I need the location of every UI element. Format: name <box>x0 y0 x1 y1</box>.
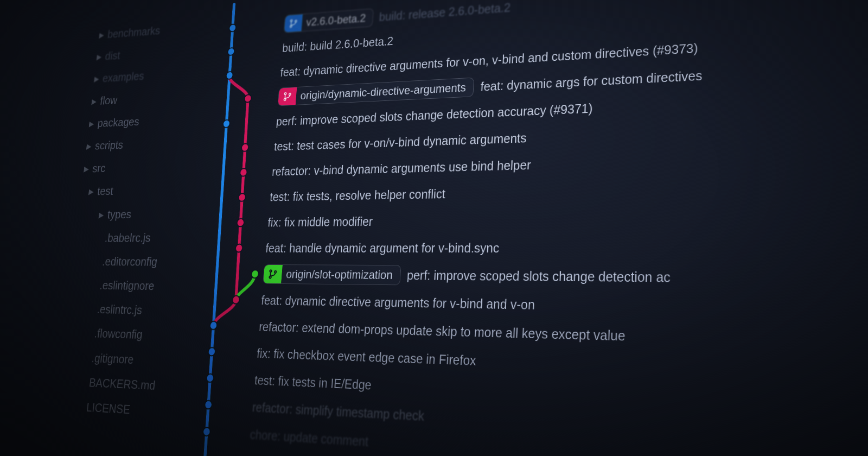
commit-message: perf: improve scoped slots change detect… <box>406 269 671 284</box>
branch-tag-label: v2.6.0-beta.2 <box>302 12 373 28</box>
commit-message: chore: update comment <box>250 428 369 448</box>
file-tree-item-label: types <box>106 204 132 224</box>
file-tree-item-label: flow <box>99 90 118 110</box>
commit-message: refactor: extend dom-props update skip t… <box>259 320 626 343</box>
branch-icon <box>284 14 303 33</box>
file-tree-item-label: .gitignore <box>91 347 135 370</box>
chevron-right-icon: ▸ <box>82 159 90 179</box>
chevron-right-icon: ▸ <box>95 47 103 66</box>
graph-dot <box>205 400 213 409</box>
file-icon <box>77 407 82 407</box>
commit-message: feat: handle dynamic argument for v-bind… <box>265 242 500 255</box>
svg-point-0 <box>290 20 292 22</box>
graph-dot <box>227 48 235 56</box>
commit-message: refactor: v-bind dynamic arguments use b… <box>272 159 532 178</box>
chevron-right-icon: ▸ <box>87 182 95 201</box>
file-tree-item-label: test <box>96 181 114 201</box>
graph-dot <box>208 347 215 356</box>
file-tree-item-label: .editorconfig <box>101 251 158 272</box>
graph-dot <box>206 373 214 382</box>
graph-dot <box>238 193 246 201</box>
file-tree-item[interactable]: .eslintignore <box>66 273 193 299</box>
file-tree-item[interactable]: .babelrc.js <box>72 225 197 250</box>
chevron-right-icon: ▸ <box>98 205 105 224</box>
svg-point-2 <box>295 20 297 22</box>
commit-message: build: release 2.6.0-beta.2 <box>379 1 510 22</box>
file-tree-item[interactable]: ▸types <box>74 201 200 226</box>
file-tree-item[interactable]: .flowconfig <box>61 320 188 349</box>
graph-dot <box>226 72 233 80</box>
file-tree-item[interactable]: .editorconfig <box>69 250 195 274</box>
svg-point-1 <box>290 26 292 28</box>
commit-message: test: fix tests in IE/Edge <box>254 373 372 391</box>
svg-point-6 <box>270 270 272 272</box>
branch-tag[interactable]: v2.6.0-beta.2 <box>284 8 374 33</box>
file-tree-item-label: .flowconfig <box>93 323 143 345</box>
commit-message: feat: dynamic args for custom directives <box>480 69 702 93</box>
chevron-right-icon: ▸ <box>88 114 95 133</box>
chevron-right-icon: ▸ <box>98 26 105 45</box>
file-tree-item-label: benchmarks <box>107 21 161 44</box>
commit-message: feat: dynamic directive arguments for v-… <box>261 294 535 312</box>
file-tree-item-label: packages <box>97 112 140 133</box>
svg-point-5 <box>289 93 291 96</box>
chevron-right-icon: ▸ <box>90 91 97 110</box>
commit-message: test: fix tests, resolve helper conflict <box>270 187 446 202</box>
svg-point-3 <box>284 93 286 95</box>
branch-icon <box>278 87 297 106</box>
branch-tag[interactable]: origin/slot-optimization <box>263 264 401 285</box>
file-tree-item-label: examples <box>101 66 145 87</box>
graph-lane-pink <box>206 74 256 326</box>
chevron-right-icon: ▸ <box>93 69 100 88</box>
file-tree-item-label: .eslintignore <box>99 275 155 296</box>
file-tree-item[interactable]: ▸test <box>77 177 202 203</box>
graph-dot <box>235 244 242 252</box>
branch-tag-label: origin/dynamic-directive-arguments <box>296 81 474 102</box>
file-tree-item-label: LICENSE <box>85 397 131 420</box>
commit-message: fix: fix checkbox event edge case in Fir… <box>257 347 477 367</box>
commit-message: build: build 2.6.0-beta.2 <box>282 35 394 54</box>
file-tree-item[interactable]: ▸src <box>79 154 204 180</box>
svg-point-8 <box>275 271 277 273</box>
graph-dot <box>237 219 244 227</box>
file-tree-item[interactable]: .eslintrc.js <box>63 297 191 324</box>
file-tree-item[interactable]: ▸scripts <box>82 130 207 157</box>
graph-dot <box>232 296 240 304</box>
graph-dot <box>222 120 230 128</box>
commit-list: v2.6.0-beta.2build: release 2.6.0-beta.2… <box>241 0 868 456</box>
file-tree-item-label: scripts <box>94 135 124 155</box>
svg-point-4 <box>284 98 286 100</box>
graph-dot <box>203 427 211 436</box>
commit-message: refactor: simplify timestamp check <box>252 401 424 422</box>
graph-dot <box>240 168 247 176</box>
branch-icon <box>263 265 283 283</box>
app-stage: ▸benchmarks▸dist▸examples▸flow▸packages▸… <box>41 0 868 456</box>
file-tree-item-label: dist <box>104 46 121 66</box>
file-tree-item-label: src <box>92 159 107 178</box>
graph-dot <box>241 143 249 151</box>
graph-dot <box>251 270 259 278</box>
commit-message: test: test cases for v-on/v-bind dynamic… <box>273 131 527 152</box>
file-tree-item-label: .eslintrc.js <box>96 299 143 321</box>
commit-message: fix: fix middle modifier <box>267 216 373 229</box>
chevron-right-icon: ▸ <box>85 136 93 156</box>
graph-dot <box>209 321 217 330</box>
file-tree-item-label: BACKERS.md <box>88 372 156 396</box>
branch-tag-label: origin/slot-optimization <box>282 268 400 281</box>
graph-lane-green <box>236 274 255 300</box>
commit-row[interactable]: feat: handle dynamic argument for v-bind… <box>265 231 868 263</box>
graph-dot <box>229 24 237 32</box>
svg-point-7 <box>269 276 271 278</box>
file-tree-item-label: .babelrc.js <box>104 227 152 248</box>
graph-dot <box>244 94 252 103</box>
